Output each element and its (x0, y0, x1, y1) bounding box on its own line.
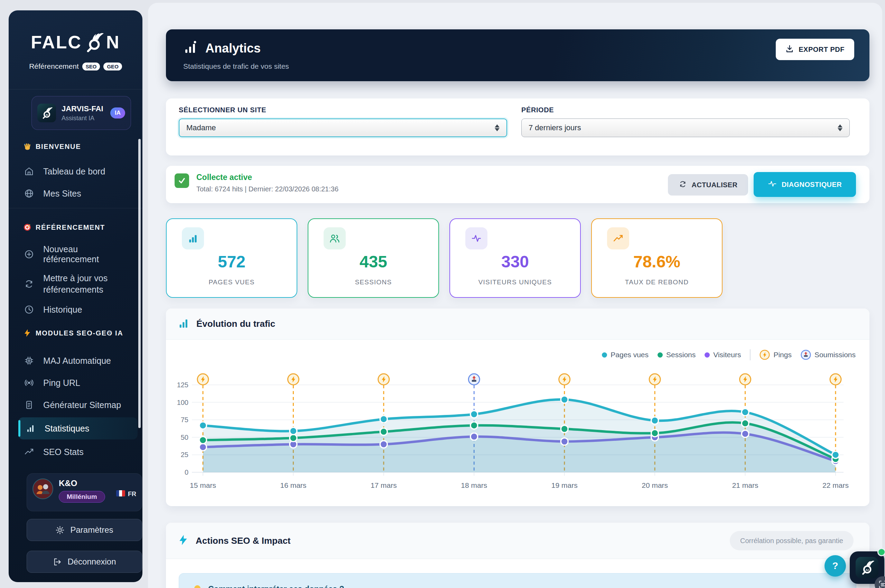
divider (9, 89, 143, 90)
logout-button[interactable]: Déconnexion (27, 551, 142, 573)
svg-text:0: 0 (185, 468, 188, 476)
collection-status-card: Collecte active Total: 6724 hits | Derni… (166, 166, 870, 203)
section-modules[interactable]: MODULES SEO-GEO IA (23, 329, 123, 337)
jarvis-avatar: AI (38, 104, 56, 122)
svg-text:125: 125 (177, 381, 188, 388)
page-subtitle: Statistiques de trafic de vos sites (183, 62, 289, 70)
svg-text:AI: AI (865, 568, 869, 572)
sidebar-item-nouveau-referencement[interactable]: Nouveau référencement (24, 244, 134, 264)
help-button[interactable]: ? (825, 555, 846, 577)
falcon-logo: FALC N (9, 32, 143, 52)
svg-text:20 mars: 20 mars (642, 481, 668, 489)
filters-card: SÉLECTIONNER UN SITE Madame PÉRIODE 7 de… (166, 99, 870, 156)
target-icon (23, 223, 32, 231)
gear-icon (55, 525, 65, 535)
users-icon (324, 227, 346, 249)
stat-label: VISITEURS UNIQUES (450, 279, 580, 286)
svg-text:22 mars: 22 mars (822, 481, 849, 489)
svg-text:100: 100 (177, 399, 188, 406)
refresh-icon (24, 279, 34, 289)
page-title: Analytics (205, 41, 261, 56)
jarvis-assistant-card[interactable]: AI JARVIS-FAI Assistant IA IA (32, 96, 131, 130)
sidebar-item-generateur-sitemap[interactable]: Générateur Sitemap (24, 395, 134, 415)
bar-chart-icon (178, 318, 189, 331)
stat-value: 435 (308, 252, 438, 271)
trending-up-icon (607, 227, 629, 249)
geo-badge: GEO (104, 63, 122, 70)
ia-badge: IA (110, 108, 125, 118)
actions-title: Actions SEO & Impact (196, 536, 291, 546)
sidebar-item-mes-sites[interactable]: Mes Sites (24, 184, 134, 203)
stat-label: TAUX DE REBOND (592, 279, 722, 286)
clock-icon (24, 304, 34, 315)
stat-card-pages-vues: 572 PAGES VUES (166, 218, 297, 298)
sidebar-item-ping-url[interactable]: Ping URL (24, 373, 134, 393)
logo-tagline: Référencement SEO GEO (9, 62, 143, 70)
chevron-down-icon[interactable] (106, 328, 113, 338)
svg-text:18 mars: 18 mars (461, 481, 487, 489)
legend-item[interactable]: Pages vues (602, 351, 649, 359)
section-bienvenue: BIENVENUE (23, 142, 81, 151)
status-detail: Total: 6724 hits | Dernier: 22/03/2026 0… (196, 185, 338, 193)
svg-text:16 mars: 16 mars (280, 481, 306, 489)
stat-value: 330 (450, 252, 580, 271)
sidebar-item-seo-stats[interactable]: SEO Stats (24, 442, 134, 462)
legend-item[interactable]: Visiteurs (705, 351, 741, 359)
refresh-button[interactable]: ACTUALISER (668, 174, 748, 195)
stat-label: PAGES VUES (167, 279, 297, 286)
user-card[interactable]: K&O Millénium FR (27, 473, 142, 511)
sidebar-item-tableau-de-bord[interactable]: Tableau de bord (24, 162, 134, 181)
legend-item-ping[interactable]: Pings (760, 350, 792, 360)
diagnose-button[interactable]: DIAGNOSTIQUER (754, 172, 856, 197)
svg-text:15 mars: 15 mars (190, 481, 216, 489)
status-title: Collecte active (196, 173, 252, 182)
stat-label: SESSIONS (308, 279, 438, 286)
select-arrows-icon (838, 124, 843, 131)
sidebar-item-historique[interactable]: Historique (24, 300, 134, 319)
refresh-icon (679, 180, 687, 190)
chart-legend: Pages vuesSessionsVisiteursPingsSoumissi… (602, 349, 856, 360)
legend-item-soumission[interactable]: Soumissions (801, 350, 856, 360)
select-arrows-icon (495, 124, 500, 131)
wave-icon (23, 142, 32, 151)
assistant-name: JARVIS-FAI (62, 104, 104, 113)
falcon-magnifier-icon (84, 32, 104, 52)
sidebar-item-mettre-a-jour[interactable]: Mettre à jour vos référencements (24, 267, 134, 301)
lang-label: FR (128, 490, 136, 498)
sidebar-item-maj-automatique[interactable]: MAJ Automatique (24, 351, 134, 370)
section-referencement[interactable]: RÉFÉRENCEMENT (23, 223, 105, 231)
site-select-label: SÉLECTIONNER UN SITE (179, 106, 266, 114)
actions-seo-card: Actions SEO & Impact Corrélation possibl… (166, 523, 870, 588)
tip-title: Comment interpréter ces données ? (208, 585, 344, 588)
legend-item[interactable]: Sessions (658, 351, 696, 359)
home-icon (24, 166, 34, 177)
stat-card-taux-rebond: 78.6% TAUX DE REBOND (591, 218, 723, 298)
svg-text:19 mars: 19 mars (551, 481, 578, 489)
period-select-label: PÉRIODE (521, 106, 554, 114)
sidebar-scrollbar[interactable] (138, 139, 141, 428)
stat-value: 78.6% (592, 252, 722, 271)
analytics-chart-icon (183, 40, 198, 56)
settings-button[interactable]: Paramètres (27, 519, 142, 541)
assistant-role: Assistant IA (62, 115, 104, 122)
broadcast-icon (24, 378, 34, 388)
chart-title: Évolution du trafic (196, 318, 275, 329)
user-name: K&O (59, 478, 105, 488)
svg-text:17 mars: 17 mars (371, 481, 397, 489)
site-select[interactable]: Madame (179, 118, 507, 137)
seo-badge: SEO (82, 63, 100, 70)
sidebar-item-statistiques[interactable]: Statistiques (18, 417, 138, 440)
period-select[interactable]: 7 derniers jours (521, 118, 850, 137)
export-pdf-button[interactable]: EXPORT PDF (776, 39, 854, 60)
bar-chart-icon (182, 227, 204, 249)
bar-chart-icon (25, 423, 36, 434)
stat-card-sessions: 435 SESSIONS (308, 218, 439, 298)
chevron-down-icon[interactable] (88, 223, 95, 232)
plan-badge: Millénium (59, 491, 105, 502)
tip-box: Comment interpréter ces données ? (179, 573, 856, 588)
analytics-header: Analytics Statistiques de trafic de vos … (166, 29, 870, 81)
plus-circle-icon (24, 249, 34, 260)
logo-text-left: FALC (31, 32, 82, 52)
trending-up-icon (24, 447, 34, 457)
falcon-chat-icon: AI (856, 557, 878, 578)
